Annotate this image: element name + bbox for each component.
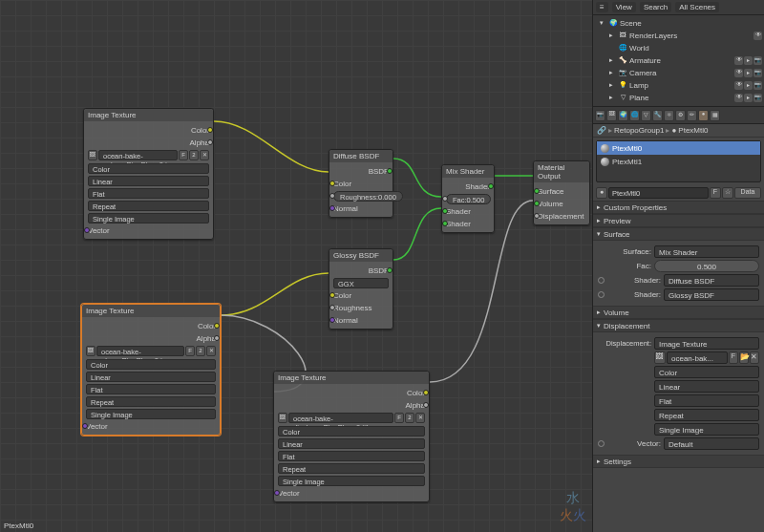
socket-vector[interactable]: Vector xyxy=(86,422,108,431)
outliner-item: Camera xyxy=(629,69,734,77)
fake-user-button: F xyxy=(710,187,721,199)
editor-type-icon[interactable]: ≡ xyxy=(596,2,608,12)
mesh-icon: ▽ xyxy=(618,94,627,103)
section-surface[interactable]: Surface xyxy=(593,227,764,241)
socket-vector[interactable]: Vector xyxy=(88,226,110,235)
socket-bsdf-out[interactable]: BSDF xyxy=(369,167,389,176)
material-slot-1: PtexMtl1 xyxy=(597,155,760,168)
fac-input[interactable]: 0.500 xyxy=(654,260,759,272)
image-browse-icon[interactable]: 🖼 xyxy=(654,351,666,364)
node-editor-canvas[interactable]: Material Output Surface Volume Displacem… xyxy=(0,0,592,532)
section-volume[interactable]: Volume xyxy=(593,306,764,319)
menu-view[interactable]: View xyxy=(612,2,636,12)
image-selector[interactable]: 🖼ocean-bake-colour_PtexPlane0.tF2✕ xyxy=(88,150,209,160)
breadcrumb: 🔗▸RetopoGroup1▸●PtexMtl0 xyxy=(593,124,764,138)
shader1-dropdown[interactable]: Diffuse BSDF xyxy=(664,274,759,287)
tab-material: ● xyxy=(698,110,709,121)
socket-roughness[interactable]: Roughness xyxy=(333,304,371,312)
socket-bsdf-out[interactable]: BSDF xyxy=(369,266,389,275)
material-name-input: PtexMtl0 xyxy=(608,187,709,199)
node-title: Mix Shader xyxy=(442,165,494,178)
outliner-scene: Scene xyxy=(620,19,762,28)
vector-dropdown[interactable]: Default xyxy=(664,437,759,450)
node-title: Glossy BSDF xyxy=(329,249,393,262)
shader2-dropdown[interactable]: Glossy BSDF xyxy=(664,288,759,301)
outliner-item: World xyxy=(629,44,762,53)
displacement-dropdown[interactable]: Image Texture xyxy=(654,337,759,350)
node-glossy-bsdf[interactable]: Glossy BSDF BSDF GGX Color Roughness Nor… xyxy=(329,248,393,330)
property-tabs[interactable]: 📷🖼🌍🌐▽🔧⚛⚙✏●▦ xyxy=(593,107,764,124)
socket-alpha-out[interactable]: Alpha xyxy=(406,401,425,410)
socket-color[interactable]: Color xyxy=(333,180,351,188)
socket-alpha-out[interactable]: Alpha xyxy=(190,138,209,147)
material-browse-icon: ● xyxy=(596,187,607,199)
image-name-field[interactable]: ocean-bak... xyxy=(667,351,728,364)
socket-volume[interactable]: Volume xyxy=(538,200,563,208)
node-image-texture-gloss[interactable]: Image Texture Color Alpha 🖼ocean-bake-gl… xyxy=(81,304,221,436)
surface-shader-dropdown[interactable]: Mix Shader xyxy=(654,245,759,258)
socket-surface[interactable]: Surface xyxy=(538,187,564,196)
socket-normal[interactable]: Normal xyxy=(333,316,358,325)
node-title: Material Output xyxy=(534,161,589,182)
link-mode-button: Data xyxy=(734,187,761,199)
section-custom-properties[interactable]: Custom Properties xyxy=(593,201,764,214)
outliner-item: Plane xyxy=(629,94,734,102)
socket-shader2[interactable]: Shader xyxy=(446,220,471,228)
properties-panel: ≡ View Search All Scenes ▾🌍Scene ▸🖼Rende… xyxy=(592,0,764,532)
lamp-icon: 💡 xyxy=(618,81,627,91)
image-selector[interactable]: 🖼ocean-bake-displace_PtexPlane0.tifF2✕ xyxy=(278,413,425,423)
outliner-item: Armature xyxy=(629,56,734,65)
material-name-row[interactable]: ● PtexMtl0 F ☆ Data xyxy=(593,185,764,201)
socket-vector[interactable]: Vector xyxy=(278,489,300,498)
section-settings[interactable]: Settings xyxy=(593,455,764,468)
socket-displacement[interactable]: Displacement xyxy=(538,212,584,221)
material-slot-0: PtexMtl0 xyxy=(597,141,760,155)
section-displacement[interactable]: Displacement xyxy=(593,319,764,332)
node-mix-shader[interactable]: Mix Shader Shader Fac:0.500 Shader Shade… xyxy=(441,164,495,233)
scene-filter[interactable]: All Scenes xyxy=(675,2,719,12)
material-list[interactable]: PtexMtl0 PtexMtl1 xyxy=(596,140,761,182)
node-title: Diffuse BSDF xyxy=(329,150,393,162)
socket-shader-out[interactable]: Shader xyxy=(465,182,490,191)
socket-alpha-out[interactable]: Alpha xyxy=(197,334,216,343)
outliner-header: ≡ View Search All Scenes xyxy=(593,0,764,15)
renderlayers-icon: 🖼 xyxy=(618,32,627,41)
tab-render: 📷 xyxy=(595,110,605,121)
node-toggle-button: ☆ xyxy=(722,187,733,199)
node-title: Image Texture xyxy=(84,109,213,121)
distribution-dropdown[interactable]: GGX xyxy=(333,278,389,288)
socket-shader1[interactable]: Shader xyxy=(446,207,471,216)
socket-color[interactable]: Color xyxy=(333,291,351,300)
image-selector[interactable]: 🖼ocean-bake-gloss_PtexPlane0.tgaF2✕ xyxy=(86,346,216,356)
node-diffuse-bsdf[interactable]: Diffuse BSDF BSDF Color Roughness:0.000 … xyxy=(329,149,393,218)
node-image-texture-colour[interactable]: Image Texture Color Alpha 🖼ocean-bake-co… xyxy=(83,108,214,240)
outliner-item: RenderLayers xyxy=(629,32,753,40)
menu-search[interactable]: Search xyxy=(640,2,671,12)
camera-icon: 📷 xyxy=(618,69,627,78)
armature-icon: 🦴 xyxy=(618,56,627,66)
status-text: PtexMtl0 xyxy=(4,521,33,530)
outliner[interactable]: ▾🌍Scene ▸🖼RenderLayers👁 🌐World ▸🦴Armatur… xyxy=(593,15,764,107)
node-image-texture-displace[interactable]: Image Texture Color Alpha 🖼ocean-bake-di… xyxy=(273,371,430,502)
outliner-item: Lamp xyxy=(629,81,734,90)
node-title: Image Texture xyxy=(274,372,429,384)
section-preview[interactable]: Preview xyxy=(593,214,764,227)
node-material-output[interactable]: Material Output Surface Volume Displacem… xyxy=(533,160,590,225)
socket-normal[interactable]: Normal xyxy=(333,204,358,213)
world-icon: 🌐 xyxy=(618,44,627,53)
node-title: Image Texture xyxy=(82,305,220,317)
